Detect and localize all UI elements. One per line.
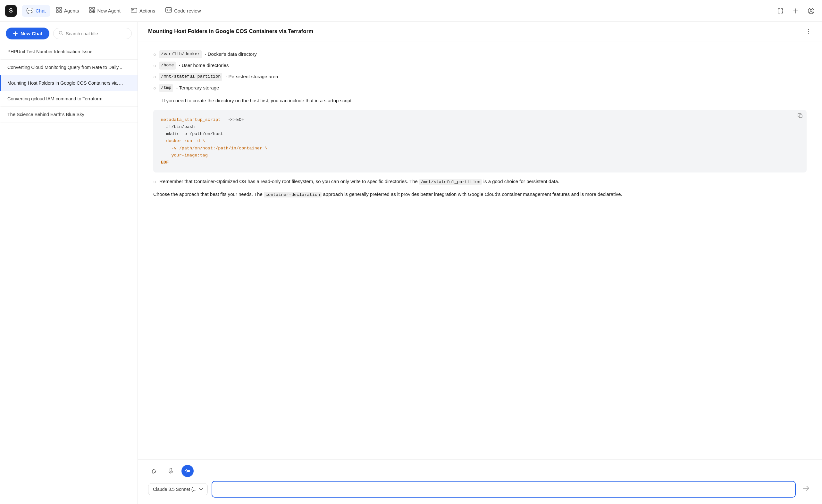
add-button[interactable]: [790, 5, 801, 17]
code-review-nav-icon: [165, 7, 172, 14]
nav-chat[interactable]: 💬 Chat: [22, 5, 50, 17]
code-inline: /mnt/stateful_partition: [159, 73, 222, 81]
top-navigation: S 💬 Chat Agents New Agent Actions Code r…: [0, 0, 822, 22]
nav-code-review[interactable]: Code review: [161, 5, 205, 16]
chat-title: Mounting Host Folders in Google COS Cont…: [148, 28, 313, 35]
svg-rect-5: [93, 7, 94, 9]
copy-code-button[interactable]: [798, 113, 803, 120]
enter-button[interactable]: [181, 465, 193, 477]
chat-text-input[interactable]: [212, 481, 796, 498]
chat-list: PHPUnit Test Number Identification Issue…: [0, 44, 137, 504]
content-area: Mounting Host Folders in Google COS Cont…: [138, 22, 822, 504]
svg-rect-6: [89, 11, 91, 12]
code-inline: /var/lib/docker: [159, 50, 201, 58]
svg-rect-1: [60, 7, 62, 9]
topnav-right-actions: [775, 5, 817, 17]
chat-input-area: Claude 3.5 Sonnet (...: [138, 459, 822, 504]
input-row: Claude 3.5 Sonnet (...: [148, 481, 812, 498]
list-item[interactable]: The Science Behind Earth's Blue Sky: [0, 107, 137, 122]
search-icon: [59, 31, 63, 36]
svg-rect-3: [60, 11, 62, 12]
code-inline: container-declaration: [264, 192, 322, 197]
sidebar-header: New Chat: [0, 22, 137, 44]
svg-rect-0: [56, 7, 58, 9]
attach-button[interactable]: [148, 465, 160, 477]
search-box[interactable]: [53, 28, 132, 39]
nav-actions[interactable]: Actions: [126, 5, 160, 16]
code-inline: /mnt/stateful_partition: [419, 179, 482, 185]
list-item[interactable]: Converting gcloud IAM command to Terrafo…: [0, 91, 137, 107]
pre-code-text: If you need to create the directory on t…: [162, 96, 807, 105]
nav-new-agent[interactable]: New Agent: [85, 5, 125, 17]
list-item: /tmp - Temporary storage: [153, 84, 807, 92]
app-logo: S: [5, 5, 17, 17]
svg-rect-2: [56, 11, 58, 12]
model-select[interactable]: Claude 3.5 Sonnet (...: [148, 483, 208, 495]
svg-rect-10: [131, 8, 137, 12]
svg-rect-4: [89, 7, 91, 9]
nav-agents[interactable]: Agents: [52, 5, 84, 17]
chat-nav-icon: 💬: [26, 7, 33, 14]
send-button[interactable]: [800, 482, 812, 496]
list-item: Remember that Container-Optimized OS has…: [153, 178, 807, 186]
svg-line-21: [62, 34, 63, 35]
profile-button[interactable]: [805, 5, 817, 17]
list-item: /mnt/stateful_partition - Persistent sto…: [153, 73, 807, 81]
code-inline: /home: [159, 62, 176, 70]
main-layout: New Chat PHPUnit Test Number Identificat…: [0, 22, 822, 504]
svg-point-17: [810, 9, 812, 11]
list-item: /home - User home directories: [153, 62, 807, 70]
code-inline: /tmp: [159, 84, 173, 92]
conclusion-text: Choose the approach that best fits your …: [153, 190, 807, 199]
agents-nav-icon: [56, 7, 62, 14]
sidebar: New Chat PHPUnit Test Number Identificat…: [0, 22, 138, 504]
bullets-list: /var/lib/docker - Docker's data director…: [153, 50, 807, 92]
list-item: /var/lib/docker - Docker's data director…: [153, 50, 807, 58]
search-input[interactable]: [66, 31, 126, 36]
new-chat-button[interactable]: New Chat: [6, 28, 49, 39]
actions-nav-icon: [131, 7, 137, 14]
microphone-button[interactable]: [165, 465, 177, 477]
expand-button[interactable]: [775, 5, 786, 17]
list-item[interactable]: Converting Cloud Monitoring Query from R…: [0, 60, 137, 75]
chat-menu-button[interactable]: ⋮: [805, 28, 812, 35]
chat-header: Mounting Host Folders in Google COS Cont…: [138, 22, 822, 41]
code-content: metadata_startup_script = <<-EOF #!/bin/…: [161, 116, 800, 166]
list-item[interactable]: Mounting Host Folders in Google COS Cont…: [0, 75, 137, 91]
svg-rect-22: [799, 115, 802, 118]
note-bullet: Remember that Container-Optimized OS has…: [153, 178, 807, 186]
chat-messages: /var/lib/docker - Docker's data director…: [138, 41, 822, 459]
svg-rect-23: [170, 468, 172, 471]
new-agent-nav-icon: [89, 7, 95, 14]
input-toolbar: [148, 465, 812, 477]
code-block: metadata_startup_script = <<-EOF #!/bin/…: [153, 110, 807, 173]
list-item[interactable]: PHPUnit Test Number Identification Issue: [0, 44, 137, 60]
